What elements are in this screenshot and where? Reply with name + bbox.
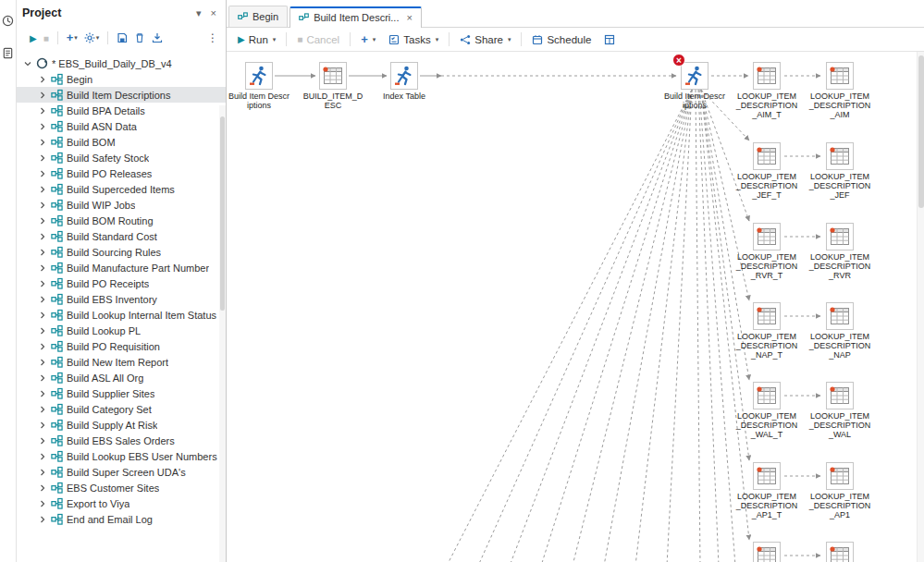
flow-canvas[interactable]: Build Item DescriptionsBUILD_ITEM_DESCIn… [227, 52, 924, 562]
tree-item[interactable]: Build WIP Jobs [17, 197, 226, 213]
chevron-right-icon[interactable] [39, 139, 47, 146]
chevron-right-icon[interactable] [39, 92, 47, 99]
flow-node-f2[interactable]: LOOKUP_ITEM_DESCRIPTION_JEF [805, 142, 875, 200]
flow-node-t5[interactable]: LOOKUP_ITEM_DESCRIPTION_WAL_T [732, 382, 802, 439]
tree-item[interactable]: Build Item Descriptions [17, 87, 226, 103]
flow-node-f5[interactable]: LOOKUP_ITEM_DESCRIPTION_WAL [805, 382, 875, 439]
table-icon[interactable] [753, 382, 781, 409]
tree-item[interactable]: Build Standard Cost [17, 228, 226, 244]
panel-close-icon[interactable]: × [209, 7, 218, 18]
chevron-right-icon[interactable] [39, 469, 47, 476]
flow-node-t6[interactable]: LOOKUP_ITEM_DESCRIPTION_AP1_T [732, 462, 802, 519]
share-button[interactable]: Share ▾ [454, 31, 516, 48]
chevron-right-icon[interactable] [39, 437, 47, 445]
add-node-button[interactable]: + ▾ [355, 32, 381, 47]
chevron-right-icon[interactable] [39, 107, 47, 115]
tree-item[interactable]: Build BOM Routing [17, 213, 226, 228]
flow-node-f6[interactable]: LOOKUP_ITEM_DESCRIPTION_AP1 [805, 462, 875, 519]
tree-item[interactable]: End and Email Log [17, 511, 226, 527]
table-icon[interactable] [826, 462, 854, 490]
chevron-down-icon[interactable] [24, 60, 32, 67]
tree-item[interactable]: Build Supplier Sites [17, 385, 226, 401]
table-icon[interactable] [753, 223, 781, 250]
save-button[interactable] [117, 32, 128, 43]
table-icon[interactable] [826, 302, 854, 330]
flow-node-f3[interactable]: LOOKUP_ITEM_DESCRIPTION_RVR [805, 223, 875, 280]
panel-scroll-thumb[interactable] [220, 116, 225, 311]
chevron-right-icon[interactable] [39, 422, 47, 429]
flow-node-f7[interactable]: LOOKUP_ITEM_DESCRIPTION_AP2 [805, 542, 875, 562]
flow-node-n3[interactable]: Index Table [369, 62, 439, 101]
canvas-scrollbar[interactable] [917, 52, 924, 562]
chevron-right-icon[interactable] [39, 296, 47, 303]
cancel-button[interactable]: ■ Cancel [291, 31, 345, 48]
tab-build-item-descriptions[interactable]: Build Item Descri... × [290, 6, 422, 28]
table-icon[interactable] [753, 542, 781, 562]
tasks-button[interactable]: Tasks ▾ [383, 31, 444, 48]
tree-item[interactable]: Build ASN Data [17, 118, 226, 134]
flow-node-t1[interactable]: LOOKUP_ITEM_DESCRIPTION_AIM_T [732, 62, 802, 119]
chevron-right-icon[interactable] [39, 217, 47, 225]
tree-item[interactable]: Build Super Screen UDA's [17, 464, 226, 480]
chevron-right-icon[interactable] [39, 186, 47, 193]
chevron-right-icon[interactable] [39, 453, 47, 460]
panel-scrollbar[interactable] [219, 105, 226, 562]
chevron-right-icon[interactable] [39, 359, 47, 366]
chevron-right-icon[interactable] [39, 123, 47, 130]
job-icon[interactable]: × [681, 62, 708, 90]
job-icon[interactable] [245, 62, 273, 90]
chevron-right-icon[interactable] [39, 484, 47, 492]
schedule-button[interactable]: Schedule [526, 31, 597, 48]
table-icon[interactable] [753, 62, 781, 90]
chevron-right-icon[interactable] [39, 374, 47, 382]
tree-item[interactable]: Build Supply At Risk [17, 417, 226, 433]
tree-item[interactable]: Build PO Receipts [17, 275, 226, 291]
chevron-right-icon[interactable] [39, 406, 47, 413]
flow-node-t7[interactable]: LOOKUP_ITEM_DESCRIPTION_AP2_T [732, 542, 802, 562]
tree-item[interactable]: Build BOM [17, 134, 226, 150]
tree-item[interactable]: Build Safety Stock [17, 150, 226, 165]
tree-item[interactable]: Build BPA Details [17, 103, 226, 118]
chevron-right-icon[interactable] [39, 343, 47, 350]
chevron-right-icon[interactable] [39, 76, 47, 83]
chevron-right-icon[interactable] [39, 170, 47, 177]
chevron-right-icon[interactable] [39, 233, 47, 240]
chevron-right-icon[interactable] [39, 390, 47, 397]
chevron-right-icon[interactable] [39, 154, 47, 162]
tree-item[interactable]: Build PO Releases [17, 165, 226, 181]
settings-button[interactable]: ▾ [84, 32, 100, 43]
tree-item[interactable]: Begin [17, 71, 226, 87]
tree-item[interactable]: Build Category Set [17, 401, 226, 417]
flow-node-t3[interactable]: LOOKUP_ITEM_DESCRIPTION_RVR_T [732, 223, 802, 280]
chevron-right-icon[interactable] [39, 202, 47, 209]
export-button[interactable] [152, 32, 163, 43]
tab-close-icon[interactable]: × [406, 12, 412, 23]
flow-node-t2[interactable]: LOOKUP_ITEM_DESCRIPTION_JEF_T [732, 142, 802, 200]
tree-item[interactable]: Build PO Requisition [17, 338, 226, 354]
job-icon[interactable] [390, 62, 418, 90]
table-icon[interactable] [826, 542, 854, 562]
stop-button[interactable]: ■ [43, 33, 49, 43]
tree-item[interactable]: Build Superceded Items [17, 181, 226, 197]
more-options-button[interactable]: ⋮ [207, 31, 218, 44]
tree-item[interactable]: Build Lookup PL [17, 323, 226, 338]
tree-item[interactable]: Build Manufacture Part Number [17, 260, 226, 275]
tab-begin[interactable]: Begin [228, 6, 288, 27]
properties-button[interactable] [598, 31, 621, 48]
tree-item[interactable]: Build New Item Report [17, 354, 226, 370]
tree-root-item[interactable]: * EBS_Build_Daily_DB_v4 [17, 55, 226, 71]
flow-node-f4[interactable]: LOOKUP_ITEM_DESCRIPTION_NAP [805, 302, 875, 360]
tree-item[interactable]: Build EBS Sales Orders [17, 433, 226, 448]
table-icon[interactable] [753, 462, 781, 490]
table-icon[interactable] [753, 302, 781, 330]
chevron-right-icon[interactable] [39, 516, 47, 523]
flow-node-n1[interactable]: Build Item Descriptions [227, 62, 294, 110]
flow-node-f1[interactable]: LOOKUP_ITEM_DESCRIPTION_AIM [805, 62, 875, 119]
history-icon[interactable] [2, 15, 14, 27]
add-item-button[interactable]: +▾ [67, 33, 78, 43]
tree-item[interactable]: Build Lookup Internal Item Status [17, 307, 226, 323]
chevron-right-icon[interactable] [39, 280, 47, 287]
tree-item[interactable]: Build ASL All Org [17, 370, 226, 385]
tree-item[interactable]: Build Lookup EBS User Numbers [17, 448, 226, 464]
tree-item[interactable]: Export to Viya [17, 495, 226, 511]
